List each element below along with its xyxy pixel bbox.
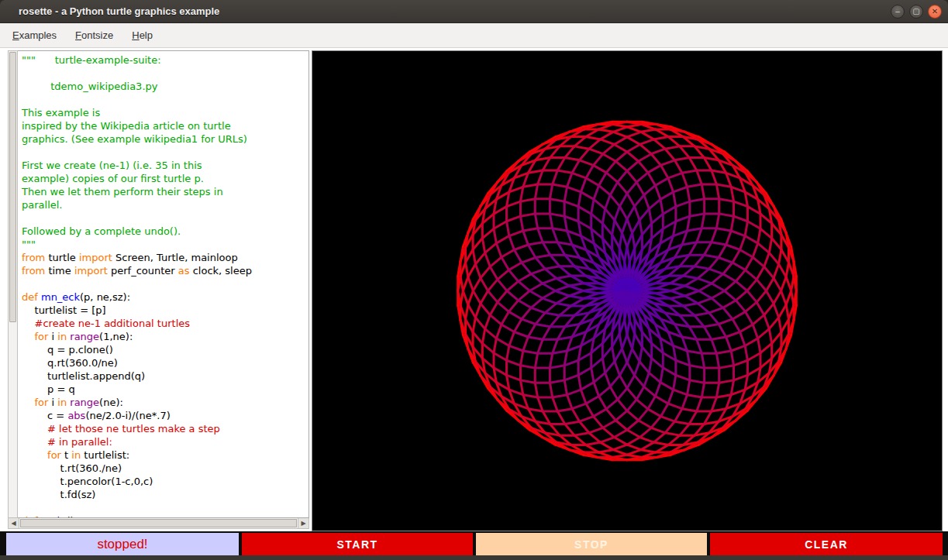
code-text: """ turtle-example-suite: tdemo_wikipedi… xyxy=(22,53,309,518)
menu-fontsize[interactable]: Fontsize xyxy=(66,24,122,46)
scroll-left-arrow-icon[interactable]: ◀ xyxy=(9,518,19,528)
code-pane: """ turtle-example-suite: tdemo_wikipedi… xyxy=(8,50,309,531)
horizontal-scrollbar-thumb[interactable] xyxy=(20,519,297,527)
code-text-widget[interactable]: """ turtle-example-suite: tdemo_wikipedi… xyxy=(18,50,309,518)
close-icon[interactable]: ✕ xyxy=(928,5,942,19)
window-title: rosette - a Python turtle graphics examp… xyxy=(19,5,219,17)
vertical-scrollbar-thumb[interactable] xyxy=(9,52,16,322)
scroll-right-arrow-icon[interactable]: ▶ xyxy=(298,518,309,528)
horizontal-scrollbar[interactable]: ◀ ▶ xyxy=(8,518,309,529)
bottom-bar: stopped! START STOP CLEAR xyxy=(0,531,948,555)
maximize-icon[interactable]: ▢ xyxy=(909,5,923,19)
menu-examples[interactable]: Examples xyxy=(3,24,66,46)
stop-button[interactable]: STOP xyxy=(476,533,707,555)
vertical-scrollbar[interactable] xyxy=(8,50,18,518)
window-edge xyxy=(0,555,948,560)
menu-help[interactable]: Help xyxy=(122,24,162,46)
menubar: Examples Fontsize Help xyxy=(0,23,948,48)
app-window: rosette - a Python turtle graphics examp… xyxy=(0,0,948,560)
turtle-canvas-area xyxy=(312,50,943,531)
turtle-canvas xyxy=(312,51,942,531)
titlebar: rosette - a Python turtle graphics examp… xyxy=(0,0,948,23)
main-area: """ turtle-example-suite: tdemo_wikipedi… xyxy=(0,48,948,531)
minimize-icon[interactable]: – xyxy=(891,5,905,19)
status-label: stopped! xyxy=(6,533,239,555)
window-controls: – ▢ ✕ xyxy=(891,0,942,22)
clear-button[interactable]: CLEAR xyxy=(710,533,943,555)
start-button[interactable]: START xyxy=(242,533,473,555)
